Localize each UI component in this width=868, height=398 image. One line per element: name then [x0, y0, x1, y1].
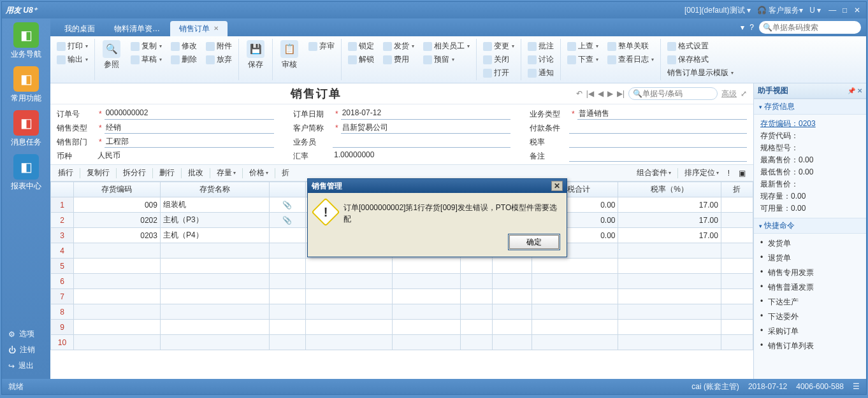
dialog-message: 订单[0000000002]第1行存货[009]发生错误，PTO模型件需要选配: [344, 202, 559, 225]
dialog-ok-button[interactable]: 确定: [509, 235, 559, 249]
error-dialog: 销售管理✕ ! 订单[0000000002]第1行存货[009]发生错误，PTO…: [307, 178, 567, 257]
warning-icon: !: [311, 197, 340, 226]
dialog-title: 销售管理: [312, 181, 342, 192]
dialog-close[interactable]: ✕: [551, 181, 563, 191]
